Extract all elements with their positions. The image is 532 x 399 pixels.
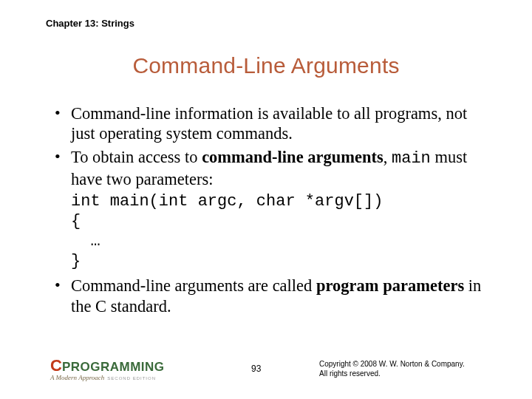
copyright-line-1: Copyright © 2008 W. W. Norton & Company. [319,359,465,369]
copyright-line-2: All rights reserved. [319,369,465,378]
chapter-label: Chapter 13: Strings [46,18,134,29]
text-fragment: , [383,148,392,166]
code-block: int main(int argc, char *argv[]) { … } [71,192,491,271]
logo-subtitle: A Modern ApproachSECOND EDITION [50,374,165,381]
logo-edition: SECOND EDITION [107,376,156,381]
bullet-list: Command-line information is available to… [52,103,491,189]
logo-subtitle-text: A Modern Approach [50,374,104,381]
logo-c-letter: C [50,356,61,375]
bold-term: command-line arguments [202,148,383,166]
text-fragment: To obtain access to [71,148,202,166]
slide-content: Command-line information is available to… [52,103,491,319]
text-fragment: Command-line arguments are called [71,276,316,295]
bullet-item-3: Command-line arguments are called progra… [52,276,491,316]
bullet-item-2: To obtain access to command-line argumen… [52,147,491,189]
bullet-item-1: Command-line information is available to… [52,103,491,144]
logo-title-row: CPROGRAMMING [50,356,165,375]
footer: CPROGRAMMING A Modern ApproachSECOND EDI… [0,350,532,384]
bold-term: program parameters [316,276,464,295]
logo-programming-word: PROGRAMMING [62,360,165,375]
copyright-block: Copyright © 2008 W. W. Norton & Company.… [319,359,465,378]
page-number: 93 [251,364,261,374]
slide-title: Command-Line Arguments [0,53,532,78]
code-inline: main [392,149,431,168]
book-logo: CPROGRAMMING A Modern ApproachSECOND EDI… [50,356,165,381]
bullet-list-2: Command-line arguments are called progra… [52,276,491,316]
